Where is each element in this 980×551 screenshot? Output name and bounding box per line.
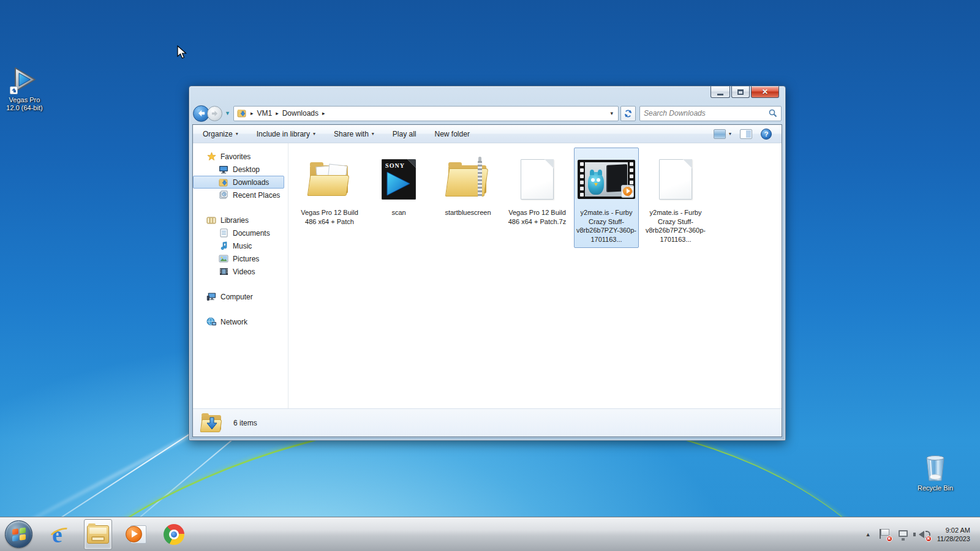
favorites-label: Favorites [221,152,251,161]
taskbar-item-chrome[interactable] [160,519,188,550]
forward-button[interactable] [207,106,222,121]
breadcrumb-separator: ▸ [322,110,325,116]
file-item-video-file[interactable]: y2mate.is - Furby Crazy Stuff-v8rb26b7PZ… [643,148,708,248]
include-in-library-menu[interactable]: Include in library ▾ [257,130,315,138]
internet-explorer-icon: e [50,524,70,545]
sidebar-item-computer[interactable]: Computer [193,290,284,303]
chevron-down-icon: ▾ [372,131,374,137]
play-all-button[interactable]: Play all [393,130,417,138]
recent-pages-dropdown[interactable]: ▼ [225,110,230,116]
windows-logo-icon [12,527,26,541]
sidebar-item-label: Recent Places [233,191,280,200]
navigation-pane: Favorites Desktop Downloads [193,143,288,408]
taskbar-clock[interactable]: 9:02 AM 11/28/2023 [937,526,970,543]
breadcrumb-current-folder[interactable]: Downloads [282,109,318,118]
preview-pane-button[interactable] [740,129,752,139]
sidebar-item-music[interactable]: Music [193,239,284,252]
windows-explorer-icon [87,525,109,544]
action-center-flag-icon[interactable]: ✕ [878,528,891,541]
system-tray: ▲ ✕ ✕ 9:02 AM 11/28/2023 [865,526,976,543]
minimize-icon [717,94,723,96]
command-bar: Organize ▾ Include in library ▾ Share wi… [193,125,782,143]
vegas-file-icon: SONY [368,150,429,208]
computer-label: Computer [221,293,253,301]
search-icon [769,109,777,118]
search-input[interactable] [644,109,769,118]
window-client-area: Organize ▾ Include in library ▾ Share wi… [192,124,782,437]
breadcrumb-separator: ▸ [276,110,279,116]
change-view-button[interactable]: ▾ [714,129,731,139]
file-item-archive[interactable]: Vegas Pro 12 Build 486 x64 + Patch.7z [505,148,570,230]
pictures-icon [219,254,228,264]
recent-places-icon [219,190,228,200]
share-with-menu[interactable]: Share with ▾ [334,130,374,138]
refresh-icon [624,109,633,118]
sidebar-item-label: Videos [233,268,255,276]
breadcrumb-separator: ▸ [251,110,254,116]
network-tray-icon[interactable] [898,528,910,541]
start-button[interactable] [5,520,32,548]
sidebar-item-pictures[interactable]: Pictures [193,252,284,265]
taskbar: e ▲ ✕ ✕ [0,517,980,551]
sidebar-spacer [193,278,288,290]
downloads-folder-icon [219,178,228,187]
sidebar-item-label: Music [233,242,252,250]
file-name: startbluescreen [445,208,491,217]
breadcrumb-root[interactable]: VM1 [257,109,272,118]
status-bar: 6 items [193,408,782,437]
include-in-library-label: Include in library [257,130,310,138]
close-button[interactable]: ✕ [751,86,779,98]
sidebar-spacer [193,201,288,214]
file-item-folder[interactable]: Vegas Pro 12 Build 486 x64 + Patch [297,148,362,230]
back-arrow-icon [197,110,206,117]
zip-folder-icon [437,150,499,208]
refresh-button[interactable] [620,106,636,121]
vegas-pro-icon [10,65,39,94]
sidebar-item-recent-places[interactable]: Recent Places [193,189,284,201]
music-note-icon [219,241,228,251]
taskbar-item-internet-explorer[interactable]: e [46,519,74,550]
views-icon [714,129,726,139]
sidebar-group-favorites[interactable]: Favorites [193,150,284,163]
file-item-vegas-project[interactable]: SONY scan [366,148,431,222]
file-name: y2mate.is - Furby Crazy Stuff-v8rb26b7PZ… [576,208,637,244]
new-folder-button[interactable]: New folder [435,130,470,138]
taskbar-item-windows-explorer[interactable] [84,519,112,550]
file-name: scan [391,208,405,217]
file-name: Vegas Pro 12 Build 486 x64 + Patch.7z [507,208,568,226]
muted-badge: ✕ [925,536,932,542]
help-button[interactable]: ? [761,129,772,140]
maximize-button[interactable] [731,86,750,98]
address-history-dropdown[interactable]: ▾ [608,110,615,116]
downloads-folder-icon [237,108,247,118]
search-box[interactable] [639,106,782,121]
sidebar-item-documents[interactable]: Documents [193,227,284,239]
file-item-zip-folder[interactable]: startbluescreen [435,148,500,222]
taskbar-item-media-player[interactable] [122,519,150,550]
maximize-icon [737,89,744,95]
window-controls: ✕ [710,86,779,98]
minimize-button[interactable] [710,86,730,98]
desktop-icon-vegas-pro[interactable]: Vegas Pro 12.0 (64-bit) [3,65,46,112]
forward-arrow-icon [211,110,219,117]
sidebar-item-network[interactable]: Network [193,315,284,328]
sidebar-item-desktop[interactable]: Desktop [193,163,284,176]
computer-icon [206,292,216,302]
file-list: Vegas Pro 12 Build 486 x64 + Patch SONY [288,143,782,408]
sidebar-item-videos[interactable]: Videos [193,265,284,278]
volume-tray-icon[interactable]: ✕ [918,528,930,541]
desktop-icon-recycle-bin[interactable]: Recycle Bin [914,453,957,492]
clock-time: 9:02 AM [937,526,970,534]
sidebar-group-libraries[interactable]: Libraries [193,214,284,227]
chrome-icon [164,524,184,545]
show-hidden-icons-button[interactable]: ▲ [865,531,871,538]
media-player-icon [126,524,146,545]
sidebar-item-downloads[interactable]: Downloads [193,176,284,189]
sidebar-item-label: Desktop [233,165,260,174]
address-bar[interactable]: ▸ VM1 ▸ Downloads ▸ ▾ [233,106,619,121]
organize-menu[interactable]: Organize ▾ [203,130,238,138]
documents-icon [219,228,228,238]
file-item-video-selected[interactable]: y2mate.is - Furby Crazy Stuff-v8rb26b7PZ… [574,148,639,248]
mouse-cursor [177,45,187,60]
new-folder-label: New folder [435,130,470,138]
